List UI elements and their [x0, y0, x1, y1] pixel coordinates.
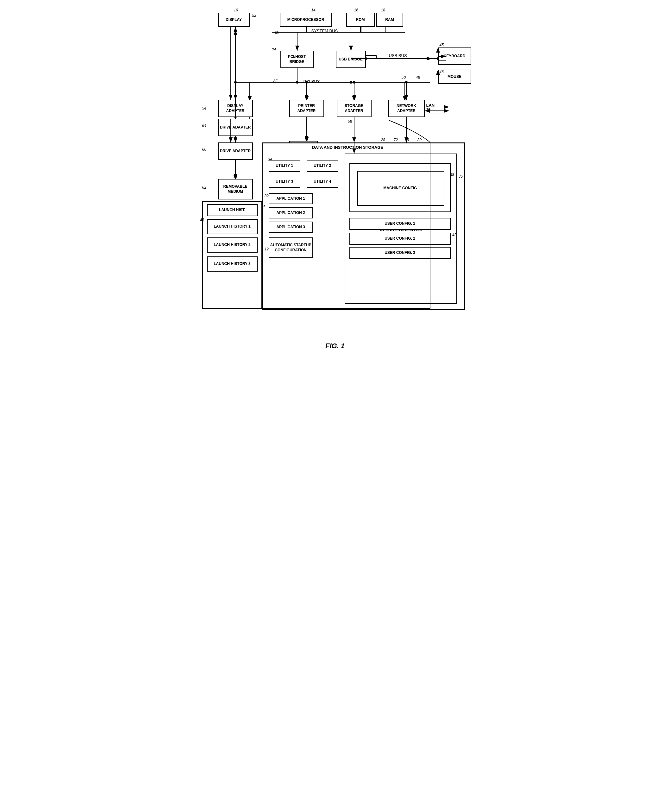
launch-hist-region: [202, 201, 262, 309]
ref-58: 58: [348, 119, 352, 124]
drive-adapter-top-box: DRIVE ADAPTER: [218, 119, 253, 136]
ref-50: 50: [402, 75, 406, 80]
rom-box: ROM: [346, 13, 375, 27]
ref-18: 18: [381, 8, 385, 12]
printer-adapter-box: PRINTER ADAPTER: [289, 100, 324, 117]
ref-26: 26: [405, 138, 409, 142]
display-box: DISPLAY: [218, 13, 250, 27]
launch-history2-box: LAUNCH HISTORY 2: [207, 237, 258, 253]
data-storage-label: DATA AND INSTRUCTION STORAGE: [297, 145, 398, 150]
svg-point-52: [350, 81, 352, 83]
ref-16: 16: [354, 8, 358, 12]
ref-34: 34: [268, 157, 272, 161]
ref-24: 24: [272, 47, 276, 52]
usb-bus-label: USB BUS: [389, 53, 407, 58]
ref-70: 70: [426, 108, 430, 112]
ref-38: 38: [450, 173, 454, 177]
drive-adapter-bot-box: DRIVE ADAPTER: [218, 142, 253, 160]
system-bus-label: SYSTEM BUS: [311, 29, 338, 33]
svg-point-56: [234, 81, 237, 83]
lan-label: LAN: [426, 103, 435, 108]
launch-hist-title-box: LAUNCH HIST.: [207, 204, 258, 216]
launch-history3-box: LAUNCH HISTORY 3: [207, 256, 258, 271]
ref-62: 62: [202, 185, 206, 190]
pci-host-bridge-box: PCI/HOST BRIDGE: [281, 51, 314, 68]
ref-64: 64: [202, 124, 206, 128]
utility1-box: UTILITY 1: [269, 160, 300, 172]
launch-history1-box: LAUNCH HISTORY 1: [207, 219, 258, 234]
auto-startup-box: AUTOMATIC STARTUP CONFIGURATION: [269, 237, 313, 258]
figure-label: FIG. 1: [199, 342, 471, 350]
ref-28: 28: [381, 138, 385, 142]
ref-52: 52: [252, 13, 256, 18]
ref-30: 30: [418, 138, 421, 142]
ref-48: 48: [416, 75, 420, 80]
ref-10: 10: [234, 8, 238, 12]
application1-box: APPLICATION 1: [269, 193, 313, 204]
ref-42: 42: [452, 233, 456, 237]
utility4-box: UTILITY 4: [307, 176, 338, 188]
ref-14: 14: [311, 8, 316, 12]
diagram: 10 MICROPROCESSOR 14 ROM 16 RAM 18 SYSTE…: [199, 6, 471, 339]
ref-72: 72: [394, 138, 398, 142]
svg-point-66: [353, 81, 355, 83]
ref-60: 60: [202, 147, 206, 152]
svg-point-50: [296, 81, 298, 83]
ref-36: 36: [459, 174, 463, 178]
ref-54: 54: [202, 106, 206, 110]
storage-adapter-box: STORAGE ADAPTER: [337, 100, 372, 117]
user-config2-box: USER CONFIG. 2: [349, 233, 451, 245]
display-adapter-box: DISPLAY ADAPTER: [218, 100, 253, 117]
ref-20: 20: [275, 30, 279, 34]
ref-44: 44: [261, 204, 265, 209]
ref-22: 22: [274, 78, 277, 83]
utility3-box: UTILITY 3: [269, 176, 300, 188]
pci-bus-label: PCI BUS: [303, 79, 320, 84]
machine-config-box: MACHINE CONFIG.: [357, 171, 444, 206]
user-config3-box: USER CONFIG. 3: [349, 247, 451, 259]
ram-box: RAM: [376, 13, 403, 27]
removable-medium-box: REMOVABLE MEDIUM: [218, 179, 253, 200]
utility2-box: UTILITY 2: [307, 160, 338, 172]
microprocessor-box: MICROPROCESSOR: [280, 13, 332, 27]
ref-46: 46: [440, 70, 444, 74]
application3-box: APPLICATION 3: [269, 222, 313, 233]
ref-32: 32: [265, 194, 269, 198]
keyboard-box: KEYBOARD: [438, 47, 471, 65]
ref-12: 12: [265, 247, 269, 251]
application2-box: APPLICATION 2: [269, 207, 313, 219]
ref-45: 45: [440, 43, 444, 47]
user-config1-box: USER CONFIG. 1: [349, 218, 451, 230]
usb-bridge-box: USB BRIDGE: [336, 51, 366, 68]
svg-point-69: [405, 81, 408, 83]
ref-43: 43: [200, 218, 204, 222]
network-adapter-box: NETWORK ADAPTER: [388, 100, 425, 117]
